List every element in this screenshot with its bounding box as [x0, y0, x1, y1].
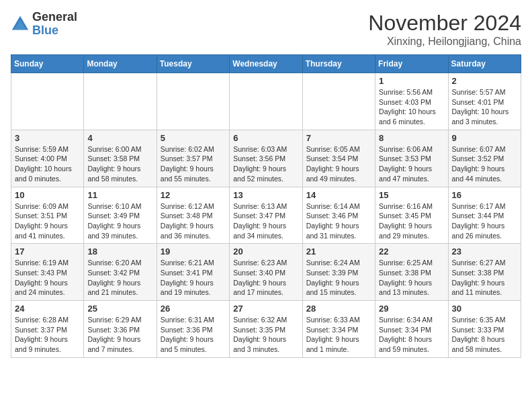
day-cell [157, 73, 229, 130]
week-row-0: 1Sunrise: 5:56 AM Sunset: 4:03 PM Daylig… [11, 73, 521, 130]
day-info: Sunrise: 6:28 AM Sunset: 3:37 PM Dayligh… [15, 315, 80, 355]
week-row-1: 3Sunrise: 5:59 AM Sunset: 4:00 PM Daylig… [11, 130, 521, 187]
day-cell: 16Sunrise: 6:17 AM Sunset: 3:44 PM Dayli… [448, 187, 521, 244]
subtitle: Xinxing, Heilongjiang, China [368, 36, 521, 48]
day-number: 21 [306, 246, 371, 257]
day-number: 12 [161, 190, 226, 200]
logo-icon [11, 15, 30, 34]
day-info: Sunrise: 6:31 AM Sunset: 3:36 PM Dayligh… [161, 315, 226, 355]
day-cell: 17Sunrise: 6:19 AM Sunset: 3:43 PM Dayli… [11, 244, 84, 301]
header-day-friday: Friday [375, 55, 448, 73]
day-number: 7 [306, 133, 371, 143]
day-info: Sunrise: 6:21 AM Sunset: 3:41 PM Dayligh… [161, 258, 226, 298]
week-row-2: 10Sunrise: 6:09 AM Sunset: 3:51 PM Dayli… [11, 187, 521, 244]
day-info: Sunrise: 5:59 AM Sunset: 4:00 PM Dayligh… [15, 144, 80, 184]
day-cell: 10Sunrise: 6:09 AM Sunset: 3:51 PM Dayli… [11, 187, 84, 244]
day-cell: 22Sunrise: 6:25 AM Sunset: 3:38 PM Dayli… [375, 244, 448, 301]
header-day-saturday: Saturday [448, 55, 521, 73]
day-number: 3 [15, 133, 80, 143]
day-cell: 30Sunrise: 6:35 AM Sunset: 3:33 PM Dayli… [448, 301, 521, 358]
day-info: Sunrise: 6:14 AM Sunset: 3:46 PM Dayligh… [306, 201, 371, 241]
day-info: Sunrise: 6:16 AM Sunset: 3:45 PM Dayligh… [379, 201, 444, 241]
day-number: 24 [15, 304, 80, 314]
day-number: 11 [87, 190, 152, 200]
title-section: November 2024 Xinxing, Heilongjiang, Chi… [368, 11, 521, 48]
day-number: 28 [306, 304, 371, 314]
day-info: Sunrise: 6:27 AM Sunset: 3:38 PM Dayligh… [452, 258, 517, 298]
day-cell: 13Sunrise: 6:13 AM Sunset: 3:47 PM Dayli… [230, 187, 302, 244]
day-cell: 11Sunrise: 6:10 AM Sunset: 3:49 PM Dayli… [84, 187, 157, 244]
day-info: Sunrise: 6:20 AM Sunset: 3:42 PM Dayligh… [87, 258, 152, 298]
day-info: Sunrise: 6:07 AM Sunset: 3:52 PM Dayligh… [452, 144, 517, 184]
header-row: SundayMondayTuesdayWednesdayThursdayFrid… [11, 55, 521, 73]
day-info: Sunrise: 6:19 AM Sunset: 3:43 PM Dayligh… [15, 258, 80, 298]
day-cell: 14Sunrise: 6:14 AM Sunset: 3:46 PM Dayli… [302, 187, 375, 244]
day-info: Sunrise: 6:32 AM Sunset: 3:35 PM Dayligh… [233, 315, 298, 355]
calendar-body: 1Sunrise: 5:56 AM Sunset: 4:03 PM Daylig… [11, 73, 521, 358]
day-number: 20 [233, 246, 298, 257]
day-cell: 26Sunrise: 6:31 AM Sunset: 3:36 PM Dayli… [157, 301, 229, 358]
day-info: Sunrise: 6:29 AM Sunset: 3:36 PM Dayligh… [87, 315, 152, 355]
day-cell: 5Sunrise: 6:02 AM Sunset: 3:57 PM Daylig… [157, 130, 229, 187]
day-info: Sunrise: 6:02 AM Sunset: 3:57 PM Dayligh… [161, 144, 226, 184]
day-cell: 15Sunrise: 6:16 AM Sunset: 3:45 PM Dayli… [375, 187, 448, 244]
day-info: Sunrise: 6:06 AM Sunset: 3:53 PM Dayligh… [379, 144, 444, 184]
main-title: November 2024 [368, 11, 521, 36]
day-number: 10 [15, 190, 80, 200]
day-cell: 28Sunrise: 6:33 AM Sunset: 3:34 PM Dayli… [302, 301, 375, 358]
day-number: 22 [379, 246, 444, 257]
day-info: Sunrise: 6:23 AM Sunset: 3:40 PM Dayligh… [233, 258, 298, 298]
day-info: Sunrise: 5:57 AM Sunset: 4:01 PM Dayligh… [452, 87, 517, 127]
day-cell: 24Sunrise: 6:28 AM Sunset: 3:37 PM Dayli… [11, 301, 84, 358]
day-cell: 27Sunrise: 6:32 AM Sunset: 3:35 PM Dayli… [230, 301, 302, 358]
day-info: Sunrise: 6:10 AM Sunset: 3:49 PM Dayligh… [87, 201, 152, 241]
day-info: Sunrise: 6:09 AM Sunset: 3:51 PM Dayligh… [15, 201, 80, 241]
day-info: Sunrise: 6:03 AM Sunset: 3:56 PM Dayligh… [233, 144, 298, 184]
day-info: Sunrise: 5:56 AM Sunset: 4:03 PM Dayligh… [379, 87, 444, 127]
day-cell: 23Sunrise: 6:27 AM Sunset: 3:38 PM Dayli… [448, 244, 521, 301]
header-day-monday: Monday [84, 55, 157, 73]
day-info: Sunrise: 6:33 AM Sunset: 3:34 PM Dayligh… [306, 315, 371, 355]
day-cell: 25Sunrise: 6:29 AM Sunset: 3:36 PM Dayli… [84, 301, 157, 358]
day-number: 30 [452, 304, 517, 314]
day-number: 8 [379, 133, 444, 143]
day-number: 26 [161, 304, 226, 314]
day-number: 5 [161, 133, 226, 143]
week-row-3: 17Sunrise: 6:19 AM Sunset: 3:43 PM Dayli… [11, 244, 521, 301]
day-cell [11, 73, 84, 130]
day-number: 4 [87, 133, 152, 143]
day-number: 29 [379, 304, 444, 314]
day-cell: 2Sunrise: 5:57 AM Sunset: 4:01 PM Daylig… [448, 73, 521, 130]
calendar-header: SundayMondayTuesdayWednesdayThursdayFrid… [11, 55, 521, 73]
day-number: 2 [452, 76, 517, 86]
day-cell: 21Sunrise: 6:24 AM Sunset: 3:39 PM Dayli… [302, 244, 375, 301]
day-info: Sunrise: 6:12 AM Sunset: 3:48 PM Dayligh… [161, 201, 226, 241]
day-cell: 20Sunrise: 6:23 AM Sunset: 3:40 PM Dayli… [230, 244, 302, 301]
day-number: 25 [87, 304, 152, 314]
day-info: Sunrise: 6:24 AM Sunset: 3:39 PM Dayligh… [306, 258, 371, 298]
day-info: Sunrise: 6:35 AM Sunset: 3:33 PM Dayligh… [452, 315, 517, 355]
day-cell: 6Sunrise: 6:03 AM Sunset: 3:56 PM Daylig… [230, 130, 302, 187]
day-number: 9 [452, 133, 517, 143]
page-header: General Blue November 2024 Xinxing, Heil… [11, 11, 521, 48]
logo-blue-text: Blue [32, 24, 77, 38]
day-number: 18 [87, 246, 152, 257]
week-row-4: 24Sunrise: 6:28 AM Sunset: 3:37 PM Dayli… [11, 301, 521, 358]
day-cell: 18Sunrise: 6:20 AM Sunset: 3:42 PM Dayli… [84, 244, 157, 301]
day-cell: 8Sunrise: 6:06 AM Sunset: 3:53 PM Daylig… [375, 130, 448, 187]
day-number: 1 [379, 76, 444, 86]
day-cell: 3Sunrise: 5:59 AM Sunset: 4:00 PM Daylig… [11, 130, 84, 187]
day-info: Sunrise: 6:25 AM Sunset: 3:38 PM Dayligh… [379, 258, 444, 298]
day-cell: 12Sunrise: 6:12 AM Sunset: 3:48 PM Dayli… [157, 187, 229, 244]
day-info: Sunrise: 6:13 AM Sunset: 3:47 PM Dayligh… [233, 201, 298, 241]
day-number: 14 [306, 190, 371, 200]
day-number: 27 [233, 304, 298, 314]
header-day-wednesday: Wednesday [230, 55, 302, 73]
header-day-tuesday: Tuesday [157, 55, 229, 73]
day-number: 19 [161, 246, 226, 257]
day-number: 15 [379, 190, 444, 200]
day-number: 16 [452, 190, 517, 200]
day-number: 13 [233, 190, 298, 200]
day-cell: 1Sunrise: 5:56 AM Sunset: 4:03 PM Daylig… [375, 73, 448, 130]
day-number: 17 [15, 246, 80, 257]
